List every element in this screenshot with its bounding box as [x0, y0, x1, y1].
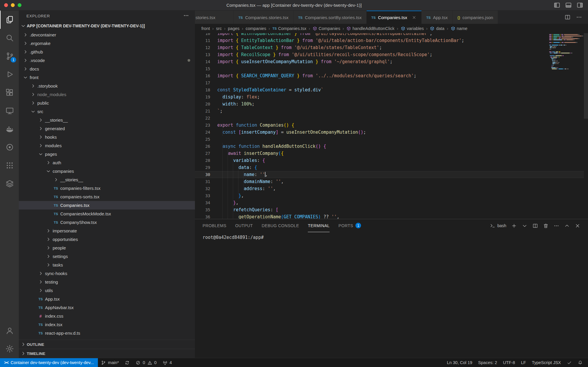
- line-number[interactable]: 34: [195, 199, 217, 206]
- editor-more-actions-button[interactable]: [576, 14, 582, 20]
- tree-item-pages[interactable]: pages: [19, 150, 195, 158]
- line-number[interactable]: 19: [195, 93, 217, 100]
- tree-item-companiesmockmode-tsx[interactable]: TSCompaniesMockMode.tsx: [19, 210, 195, 218]
- line-content[interactable]: data: {: [217, 164, 584, 171]
- tree-item-stories[interactable]: __stories__: [19, 116, 195, 124]
- tree-item-modules[interactable]: modules: [19, 141, 195, 150]
- activity-docker[interactable]: [0, 120, 19, 138]
- line-content[interactable]: address: '',: [217, 185, 584, 192]
- breadcrumb-item-src[interactable]: src: [216, 26, 222, 31]
- tree-item-companies-filters-tsx[interactable]: TScompanies-filters.tsx: [19, 184, 195, 192]
- line-content[interactable]: import { TableContext } from '@/ui/table…: [217, 44, 584, 51]
- tree-item-index-tsx[interactable]: TSindex.tsx: [19, 320, 195, 329]
- line-number[interactable]: 23: [195, 122, 217, 129]
- tree-item-impersonate[interactable]: impersonate: [19, 227, 195, 235]
- tree-item-tasks[interactable]: tasks: [19, 261, 195, 269]
- line-content[interactable]: async function handleAddButtonClick() {: [217, 143, 584, 150]
- panel-tab-debug-console[interactable]: DEBUG CONSOLE: [262, 219, 299, 232]
- line-number[interactable]: 25: [195, 136, 217, 143]
- language-mode[interactable]: TypeScript JSX: [529, 358, 564, 367]
- line-content[interactable]: `;: [217, 108, 584, 115]
- activity-explorer[interactable]: [0, 11, 19, 29]
- maximize-panel-button[interactable]: [564, 223, 570, 229]
- activity-search[interactable]: [0, 29, 19, 47]
- tab-companies-tsx[interactable]: TSCompanies.tsx: [367, 11, 422, 24]
- minimize-window-button[interactable]: [11, 3, 15, 7]
- line-content[interactable]: domainName: '',: [217, 178, 584, 185]
- line-content[interactable]: [217, 115, 584, 122]
- formatter-status[interactable]: [564, 358, 575, 367]
- breadcrumb-item-name[interactable]: name: [451, 26, 467, 31]
- toggle-sidebar-button[interactable]: [554, 2, 560, 9]
- tree-item-src[interactable]: src: [19, 107, 195, 116]
- activity-source-control[interactable]: 1: [0, 47, 19, 65]
- line-number[interactable]: 29: [195, 164, 217, 171]
- git-branch[interactable]: main*: [98, 358, 122, 367]
- line-number[interactable]: 20: [195, 100, 217, 108]
- activity-run-debug[interactable]: [0, 65, 19, 83]
- activity-extension-view-3[interactable]: [0, 175, 19, 193]
- workspace-section-header[interactable]: APP [CONTAINER DEV-TWENTY-DEV (DEV-TWENT…: [19, 21, 195, 31]
- line-number[interactable]: 18: [195, 86, 217, 93]
- tab-app-tsx[interactable]: TSApp.tsx: [422, 11, 453, 24]
- line-number[interactable]: 26: [195, 143, 217, 150]
- sidebar-section-outline[interactable]: OUTLINE: [19, 340, 195, 349]
- activity-settings[interactable]: [0, 340, 19, 358]
- activity-accounts[interactable]: [0, 321, 19, 340]
- panel-tab-output[interactable]: OUTPUT: [235, 219, 253, 232]
- split-editor-button[interactable]: [564, 14, 571, 20]
- tree-item-github[interactable]: .github: [19, 48, 195, 56]
- breadcrumb-item-data[interactable]: data: [430, 26, 444, 31]
- tree-item-opportunities[interactable]: opportunities: [19, 235, 195, 244]
- line-number[interactable]: 35: [195, 206, 217, 213]
- sidebar-section-timeline[interactable]: TIMELINE: [19, 349, 195, 358]
- terminal-shell-selector[interactable]: bash: [490, 223, 506, 229]
- tree-item-app-tsx[interactable]: TSApp.tsx: [19, 295, 195, 303]
- activity-extensions[interactable]: [0, 83, 19, 102]
- tree-item-node-modules[interactable]: node_modules: [19, 90, 195, 99]
- code-editor[interactable]: 10import { WithTopBarContainer } from '@…: [195, 33, 588, 219]
- panel-tab-problems[interactable]: PROBLEMS: [203, 219, 226, 232]
- new-terminal-button[interactable]: [511, 223, 517, 229]
- close-window-button[interactable]: [4, 3, 8, 7]
- line-content[interactable]: import { RecoilScope } from '@/ui/utilit…: [217, 51, 584, 58]
- tree-item-appnavbar-tsx[interactable]: TSAppNavbar.tsx: [19, 303, 195, 312]
- tree-item-people[interactable]: people: [19, 244, 195, 252]
- line-content[interactable]: display: flex;: [217, 93, 584, 100]
- toggle-panel-button[interactable]: [565, 2, 572, 9]
- line-number[interactable]: 21: [195, 108, 217, 115]
- breadcrumb-item-pages[interactable]: pages: [228, 26, 240, 31]
- line-content[interactable]: [217, 136, 584, 143]
- line-number[interactable]: 24: [195, 129, 217, 136]
- line-content[interactable]: import { SEARCH_COMPANY_QUERY } from '..…: [217, 72, 584, 79]
- panel-tab-ports[interactable]: PORTS1: [338, 219, 361, 232]
- problems-summary[interactable]: 00: [133, 358, 159, 367]
- tree-item-companyshow-tsx[interactable]: TSCompanyShow.tsx: [19, 218, 195, 227]
- line-number[interactable]: 27: [195, 150, 217, 157]
- line-number[interactable]: 30: [195, 171, 217, 178]
- panel-tab-terminal[interactable]: TERMINAL: [308, 219, 330, 232]
- terminal-content[interactable]: root@0a42ecd84891:/app#: [195, 232, 588, 358]
- close-panel-button[interactable]: [575, 223, 580, 229]
- line-content[interactable]: name: '',: [217, 171, 584, 178]
- breadcrumb-item-companies-tsx[interactable]: TSCompanies.tsx: [272, 26, 306, 31]
- activity-extension-view-2[interactable]: [0, 156, 19, 175]
- line-content[interactable]: },: [217, 199, 584, 206]
- line-number[interactable]: 11: [195, 37, 217, 44]
- tree-item-companies-tsx[interactable]: TSCompanies.tsx: [19, 201, 195, 210]
- line-content[interactable]: const StyledTableContainer = styled.div`: [217, 86, 584, 93]
- tree-item-vscode[interactable]: .vscode: [19, 56, 195, 65]
- explorer-more-actions-button[interactable]: [183, 13, 189, 19]
- tab-companies-sortby-stories-tsx[interactable]: TSCompanies.sortBy.stories.tsx: [293, 11, 367, 24]
- remote-indicator[interactable]: ><Container dev-twenty-dev (dev-twenty-d…: [0, 358, 98, 367]
- tree-item-companies-sorts-tsx[interactable]: TScompanies-sorts.tsx: [19, 192, 195, 201]
- tree-item-ergomake[interactable]: .ergomake: [19, 39, 195, 48]
- line-number[interactable]: 32: [195, 185, 217, 192]
- line-content[interactable]: refetchQueries: [: [217, 206, 584, 213]
- line-content[interactable]: getOperationName(GET_COMPANIES) ?? '',: [217, 213, 584, 219]
- tree-item-react-app-env-d-ts[interactable]: TSreact-app-env.d.ts: [19, 329, 195, 337]
- kill-terminal-button[interactable]: [543, 223, 549, 229]
- line-number[interactable]: 33: [195, 192, 217, 199]
- tree-item-testing[interactable]: testing: [19, 278, 195, 286]
- breadcrumb-item-companies[interactable]: Companies: [313, 26, 340, 31]
